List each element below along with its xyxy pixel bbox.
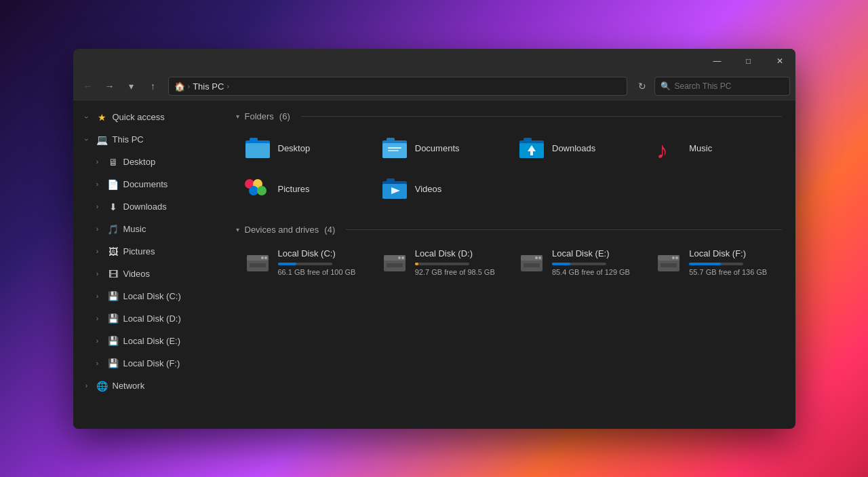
titlebar: — □ ✕ [73,49,795,73]
sidebar-item-label: Network [113,381,145,391]
folder-name: Videos [415,184,442,194]
drive-e-info: Local Disk (E:) 85.4 GB free of 129 GB [552,248,630,276]
disk-icon: 💾 [107,358,119,370]
svg-point-15 [249,186,258,195]
sidebar-item-disk-d[interactable]: › 💾 Local Disk (D:) [76,308,220,330]
network-icon: 🌐 [96,380,108,392]
drive-f-icon [655,248,682,275]
main-area: › ★ Quick access › 💻 This PC › 🖥 Desktop… [73,100,795,429]
sidebar-item-disk-c[interactable]: › 💾 Local Disk (C:) [76,286,220,307]
refresh-button[interactable]: ↻ [633,77,652,96]
sidebar-item-label: Local Disk (F:) [123,358,180,368]
svg-rect-1 [245,143,270,158]
dropdown-button[interactable]: ▾ [122,77,141,96]
expand-icon: › [81,112,92,123]
expand-icon: › [92,358,103,369]
downloads-icon: ⬇ [107,201,119,213]
sidebar-item-documents[interactable]: › 📄 Documents [76,174,220,195]
documents-icon: 📄 [107,178,119,191]
drives-section-count: (4) [324,225,335,235]
folder-item-desktop[interactable]: Desktop [236,130,370,168]
svg-point-23 [264,256,267,259]
drive-e-fill [552,263,570,265]
svg-point-34 [535,256,538,259]
svg-rect-35 [524,263,540,267]
folders-section-count: (6) [279,111,290,121]
sidebar-item-desktop[interactable]: › 🖥 Desktop [76,151,220,173]
folder-item-documents[interactable]: Documents [373,130,507,168]
drive-c-space: 66.1 GB free of 100 GB [278,268,356,276]
expand-icon: › [92,291,103,302]
drive-c-info: Local Disk (C:) 66.1 GB free of 100 GB [278,248,356,276]
folders-section-header[interactable]: ▾ Folders (6) [236,111,782,121]
downloads-folder-icon [518,135,545,162]
up-button[interactable]: ↑ [144,77,163,96]
drives-section-header[interactable]: ▾ Devices and drives (4) [236,225,782,235]
sidebar-item-label: Local Disk (C:) [123,291,181,301]
close-button[interactable]: ✕ [764,49,795,73]
drives-grid: Local Disk (C:) 66.1 GB free of 100 GB [236,243,782,282]
sidebar-item-label: Quick access [113,112,165,122]
drive-d-space: 92.7 GB free of 98.5 GB [415,268,495,276]
pictures-folder-icon [244,176,271,203]
search-box[interactable]: 🔍 [654,77,790,96]
sidebar-item-label: Pictures [123,246,155,256]
svg-point-39 [672,256,675,259]
folders-grid: Desktop Documents [236,130,782,208]
sidebar-item-this-pc[interactable]: › 💻 This PC [76,129,220,151]
file-explorer-window: — □ ✕ ← → ▾ ↑ 🏠 › This PC › ↻ 🔍 › ★ [73,49,795,429]
forward-button[interactable]: → [100,77,119,96]
folder-item-music[interactable]: ♪ Music [647,130,781,168]
sidebar-item-disk-f[interactable]: › 💾 Local Disk (F:) [76,353,220,375]
pictures-icon: 🖼 [107,246,119,258]
expand-icon: › [81,134,92,145]
drive-f-space: 55.7 GB free of 136 GB [689,268,767,276]
folder-name: Music [689,143,712,153]
folder-item-videos[interactable]: Videos [373,170,507,208]
drive-f-info: Local Disk (F:) 55.7 GB free of 136 GB [689,248,767,276]
svg-rect-7 [388,150,399,151]
folders-section-title: Folders [245,111,274,121]
folder-item-pictures[interactable]: Pictures [236,170,370,208]
svg-rect-5 [387,138,395,143]
drive-item-d[interactable]: Local Disk (D:) 92.7 GB free of 98.5 GB [373,243,507,282]
sidebar-item-label: Local Disk (D:) [123,313,181,324]
drive-c-name: Local Disk (C:) [278,248,356,259]
drive-item-f[interactable]: Local Disk (F:) 55.7 GB free of 136 GB [647,243,781,282]
svg-rect-40 [660,263,677,267]
svg-text:♪: ♪ [656,137,668,161]
svg-point-38 [675,256,678,259]
sidebar-item-label: Documents [123,179,168,189]
sidebar-item-label: Music [123,224,146,234]
content-area: ▾ Folders (6) Desktop [222,100,795,429]
sidebar-item-videos[interactable]: › 🎞 Videos [76,263,220,285]
sidebar-item-disk-e[interactable]: › 💾 Local Disk (E:) [76,330,220,352]
music-folder-icon: ♪ [655,135,682,162]
music-icon: 🎵 [107,223,119,235]
svg-rect-6 [388,147,401,149]
breadcrumb[interactable]: 🏠 › This PC › [168,77,627,96]
drive-c-bar [278,263,332,265]
drive-f-name: Local Disk (F:) [689,248,767,259]
sidebar-item-quick-access[interactable]: › ★ Quick access [76,107,220,128]
drive-e-space: 85.4 GB free of 129 GB [552,268,630,276]
drive-e-name: Local Disk (E:) [552,248,630,259]
drive-d-icon [381,248,408,275]
expand-icon: › [92,224,103,235]
maximize-button[interactable]: □ [733,49,764,73]
svg-rect-25 [250,263,266,267]
sidebar-item-music[interactable]: › 🎵 Music [76,218,220,240]
sidebar-item-pictures[interactable]: › 🖼 Pictures [76,241,220,263]
videos-folder-icon [381,176,408,203]
back-button[interactable]: ← [79,77,98,96]
drive-item-e[interactable]: Local Disk (E:) 85.4 GB free of 129 GB [510,243,644,282]
star-icon: ★ [96,111,108,123]
folder-item-downloads[interactable]: Downloads [510,130,644,168]
search-input[interactable] [675,81,784,91]
minimize-button[interactable]: — [702,49,733,73]
sidebar-item-downloads[interactable]: › ⬇ Downloads [76,196,220,218]
svg-rect-30 [387,263,403,267]
drive-d-fill [415,263,418,265]
sidebar-item-network[interactable]: › 🌐 Network [76,375,220,397]
drive-item-c[interactable]: Local Disk (C:) 66.1 GB free of 100 GB [236,243,370,282]
